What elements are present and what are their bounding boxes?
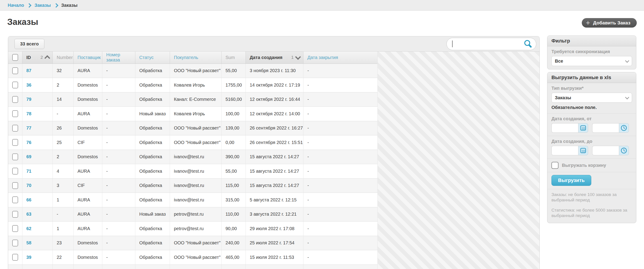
cell-buyer: ООО "Новый рассвет" [170,63,221,78]
sort-asc-icon [44,55,50,61]
clock-button[interactable] [619,146,629,155]
clock-icon [620,147,627,154]
cell-id: 36 [22,78,52,92]
calendar-button[interactable] [578,146,588,155]
cell-closed: - [303,236,378,250]
export-submit-button[interactable]: Выгрузить [552,175,591,186]
cell-sum: 139,00 [221,121,246,135]
add-order-button[interactable]: + Добавить Заказ [582,18,637,27]
cell-supplier: CIF [73,178,102,193]
order-id-link[interactable]: 62 [26,226,32,231]
order-id-link[interactable]: 69 [26,154,32,159]
row-checkbox[interactable] [8,193,22,207]
cell-supplier: Domestos [73,236,102,250]
column-header-status[interactable]: Статус [135,51,170,63]
breadcrumb-link[interactable]: Заказы [34,3,51,8]
cell-closed: - [303,164,378,179]
time-to-input[interactable] [592,146,619,155]
row-checkbox[interactable] [8,250,22,265]
export-cart-checkbox[interactable] [552,162,558,169]
clock-button[interactable] [619,123,629,133]
row-checkbox[interactable] [8,63,22,78]
row-checkbox[interactable] [8,107,22,121]
cell-status: Обработка [135,178,170,193]
cell-order_number: - [102,193,135,207]
cell-id: 79 [22,92,52,107]
sync-required-label: Требуется синхронизация [552,49,632,54]
required-field-note: Обязательное поле. [552,105,632,110]
checkbox-icon [12,168,18,175]
row-checkbox[interactable] [8,92,22,107]
total-count-badge[interactable]: 33 всего [14,39,44,49]
cell-closed: - [303,150,378,164]
order-id-link[interactable]: 76 [26,140,32,145]
cell-created: 14 октября 2022 г. 17:19 [246,78,303,92]
sync-required-select[interactable]: Все [552,56,632,66]
row-checkbox[interactable] [8,78,22,92]
checkbox-icon [12,67,18,74]
column-header-supplier[interactable]: Поставщик [73,51,102,63]
column-header-buyer[interactable]: Покупатель [170,51,221,63]
column-header-label: Дата создания [250,55,283,60]
order-id-link[interactable]: 63 [26,212,32,217]
order-id-link[interactable]: 77 [26,125,32,130]
select-all-checkbox[interactable] [8,51,22,63]
cell-closed: - [303,222,378,236]
table-row: 692Domestos-Обработкаivanov@test.ru390,0… [8,150,378,164]
column-header-id[interactable]: ID2 [22,51,52,63]
date-from-input[interactable] [552,123,578,133]
order-id-link[interactable]: 78 [26,111,32,116]
column-header-closed[interactable]: Дата закрытия [303,51,378,63]
breadcrumb-link[interactable]: Начало [8,3,24,8]
cell-order_number: - [102,250,135,265]
date-to-input[interactable] [552,146,578,155]
row-checkbox[interactable] [8,121,22,135]
checkbox-icon [12,196,18,203]
cell-sum: 0,00 [221,135,246,150]
column-header-number[interactable]: Number [52,51,73,63]
search-icon[interactable] [524,39,532,48]
page-title: Заказы [7,17,38,27]
filter-box: Фильтр Требуется синхронизация Все [547,35,636,69]
clock-icon [620,125,627,131]
sort-priority: 1 [291,55,294,60]
checkbox-icon [12,54,18,61]
cell-status: Обработка [135,121,170,135]
time-from-input[interactable] [592,123,619,133]
column-header-created[interactable]: Дата создания1 [246,51,303,63]
cell-sum: 55,00 [221,63,246,78]
search-input[interactable] [446,38,536,50]
row-checkbox[interactable] [8,135,22,150]
table-row: 63-AURA-Новый заказpetrov@test.ru110,003… [8,207,378,222]
order-id-link[interactable]: 58 [26,240,32,245]
order-id-link[interactable]: 87 [26,68,32,73]
row-checkbox[interactable] [8,178,22,193]
cell-id: 76 [22,135,52,150]
cell-sum: 315,00 [221,193,246,207]
cell-closed: - [303,207,378,222]
calendar-button[interactable] [578,123,588,133]
row-checkbox[interactable] [8,164,22,179]
row-checkbox[interactable] [8,207,22,222]
order-id-link[interactable]: 70 [26,183,32,188]
row-checkbox[interactable] [8,150,22,164]
cell-order_number: - [102,63,135,78]
cell-closed: - [303,121,378,135]
order-id-link[interactable]: 39 [26,255,32,260]
row-checkbox[interactable] [8,222,22,236]
column-header-sum[interactable]: Sum [221,51,246,63]
order-id-link[interactable]: 71 [26,169,32,174]
row-checkbox[interactable] [8,236,22,250]
order-id-link[interactable]: 66 [26,197,32,202]
cell-status: Обработка [135,250,170,265]
column-header-order_number[interactable]: Номер заказа [102,51,135,63]
cell-number: 2 [52,78,73,92]
export-type-select[interactable]: Заказы [552,93,632,103]
cell-created: 5 августа 2022 г. 12:15 [246,193,303,207]
cell-number: 4 [52,164,73,179]
order-id-link[interactable]: 79 [26,97,32,102]
cell-closed: - [303,92,378,107]
cell-id: 77 [22,121,52,135]
order-id-link[interactable]: 36 [26,82,32,87]
cell-sum: 100,00 [221,107,246,121]
